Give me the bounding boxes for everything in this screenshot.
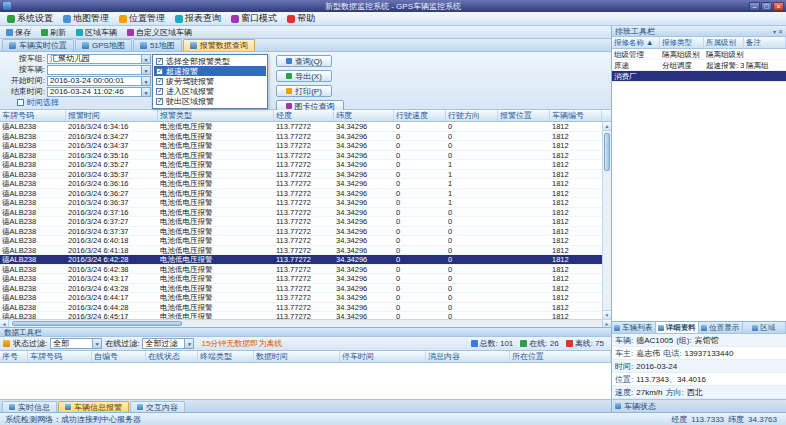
column-header[interactable]: 自编号: [92, 351, 146, 362]
table-row[interactable]: 德ALB238 2016/3/24 6:37:16 电池低电压报警 113.77…: [0, 208, 611, 218]
scroll-down-icon[interactable]: ▼: [603, 310, 611, 319]
scroll-left-icon[interactable]: ◄: [0, 320, 9, 327]
scroll-up-icon[interactable]: ▲: [603, 122, 611, 131]
table-row[interactable]: 德ALB238 2016/3/24 6:34:16 电池低电压报警 113.77…: [0, 122, 611, 132]
toolbar-button[interactable]: 刷新: [37, 26, 70, 38]
column-header[interactable]: 所在位置: [510, 351, 611, 362]
alarm-type-option[interactable]: 进入区域报警: [154, 87, 266, 97]
table-row[interactable]: 德ALB238 2016/3/24 6:42:28 电池低电压报警 113.77…: [0, 255, 611, 265]
menu-item[interactable]: 帮助: [282, 12, 320, 25]
toolbar-button[interactable]: 保存: [2, 26, 35, 38]
scroll-right-icon[interactable]: ►: [602, 320, 611, 327]
column-header[interactable]: 经度: [274, 110, 334, 121]
bottom-tab[interactable]: 交互内容: [130, 401, 185, 412]
table-row[interactable]: 德ALB238 2016/3/24 6:36:37 电池低电压报警 113.77…: [0, 198, 611, 208]
column-header[interactable]: 行驶速度: [394, 110, 446, 121]
chevron-down-icon[interactable]: ▼: [184, 339, 193, 348]
horizontal-scrollbar[interactable]: ◄ ►: [0, 319, 611, 327]
vehicle-info-tab[interactable]: 位置显示: [699, 322, 743, 333]
table-row[interactable]: 德ALB238 2016/3/24 6:36:16 电池低电压报警 113.77…: [0, 179, 611, 189]
table-row[interactable]: 原递 分组调度 超速报警: 30 隔离组: [612, 60, 786, 71]
table-row[interactable]: 消费厂: [612, 71, 786, 82]
pin-icon[interactable]: ▾: [773, 28, 776, 35]
vehicle-group-select[interactable]: 汇聚幼儿园 ▼: [47, 54, 151, 64]
menu-item[interactable]: 位置管理: [114, 12, 170, 25]
minimize-icon[interactable]: –: [749, 2, 760, 11]
chevron-down-icon[interactable]: ▼: [141, 77, 150, 85]
table-row[interactable]: 德ALB238 2016/3/24 6:35:16 电池低电压报警 113.77…: [0, 151, 611, 161]
chevron-down-icon[interactable]: ▼: [92, 339, 101, 348]
column-header[interactable]: 报警位置: [498, 110, 550, 121]
table-row[interactable]: 德ALB238 2016/3/24 6:37:37 电池低电压报警 113.77…: [0, 227, 611, 237]
time-select-label[interactable]: 时间选择: [27, 97, 59, 108]
column-header[interactable]: 所属级别: [704, 37, 744, 48]
vehicle-info-tab[interactable]: 区域: [743, 322, 786, 333]
table-row[interactable]: 德ALB238 2016/3/24 6:37:27 电池低电压报警 113.77…: [0, 217, 611, 227]
maximize-icon[interactable]: □: [761, 2, 772, 11]
checkbox-icon[interactable]: [156, 78, 163, 85]
vertical-scrollbar[interactable]: ▲ ▼: [602, 122, 611, 319]
bottom-tab[interactable]: 实时信息: [2, 401, 57, 412]
toolbar-button[interactable]: 区域车辆: [72, 26, 121, 38]
alarm-type-option[interactable]: 选择全部报警类型: [154, 56, 266, 66]
table-row[interactable]: 德ALB238 2016/3/24 6:43:28 电池低电压报警 113.77…: [0, 284, 611, 294]
chevron-down-icon[interactable]: ▼: [141, 55, 150, 63]
menu-item[interactable]: 系统设置: [2, 12, 58, 25]
table-row[interactable]: 德ALB238 2016/3/24 6:43:17 电池低电压报警 113.77…: [0, 274, 611, 284]
column-header[interactable]: 数据时间: [254, 351, 340, 362]
tab[interactable]: 车辆实时位置: [2, 39, 74, 51]
online-filter-select[interactable]: 全部过滤 ▼: [142, 338, 194, 349]
tab[interactable]: 报警数据查询: [183, 39, 255, 51]
column-header[interactable]: 车牌号码: [28, 351, 92, 362]
table-row[interactable]: 德ALB238 2016/3/24 6:41:18 电池低电压报警 113.77…: [0, 246, 611, 256]
column-header[interactable]: 报修类型: [660, 37, 704, 48]
tab[interactable]: 51地图: [133, 39, 182, 51]
chevron-down-icon[interactable]: ▼: [141, 66, 150, 74]
vehicle-info-tab[interactable]: 详细资料: [656, 322, 700, 333]
time-select-checkbox[interactable]: [17, 99, 24, 106]
table-row[interactable]: 德ALB238 2016/3/24 6:35:27 电池低电压报警 113.77…: [0, 160, 611, 170]
column-header[interactable]: 报修名称 ▲: [612, 37, 660, 48]
column-header[interactable]: 备注: [744, 37, 786, 48]
column-header[interactable]: 在线状态: [146, 351, 198, 362]
column-header[interactable]: 序号: [0, 351, 28, 362]
vehicle-status-tab[interactable]: 车辆状态: [612, 399, 786, 412]
table-row[interactable]: 德ALB238 2016/3/24 6:34:37 电池低电压报警 113.77…: [0, 141, 611, 151]
table-row[interactable]: 德ALB238 2016/3/24 6:45:17 电池低电压报警 113.77…: [0, 312, 611, 319]
column-header[interactable]: 纬度: [334, 110, 394, 121]
vehicle-select[interactable]: ▼: [47, 65, 151, 75]
close-icon[interactable]: ✕: [778, 28, 783, 35]
checkbox-icon[interactable]: [156, 88, 163, 95]
table-row[interactable]: 德ALB238 2016/3/24 6:42:38 电池低电压报警 113.77…: [0, 265, 611, 275]
alarm-type-option[interactable]: 疲劳驾驶报警: [154, 76, 266, 86]
table-row[interactable]: 德ALB238 2016/3/24 6:44:17 电池低电压报警 113.77…: [0, 293, 611, 303]
alarm-type-option[interactable]: 超速报警: [154, 66, 266, 76]
scrollbar-thumb[interactable]: [12, 321, 182, 326]
status-filter-select[interactable]: 全部 ▼: [50, 338, 102, 349]
toolbar-button[interactable]: 自定义区域车辆: [123, 26, 196, 38]
table-row[interactable]: 德ALB238 2016/3/24 6:35:37 电池低电压报警 113.77…: [0, 170, 611, 180]
table-row[interactable]: 德ALB238 2016/3/24 6:44:28 电池低电压报警 113.77…: [0, 303, 611, 313]
close-icon[interactable]: ×: [773, 2, 784, 11]
column-header[interactable]: 终端类型: [198, 351, 254, 362]
export-button[interactable]: 导出(X): [276, 70, 332, 82]
column-header[interactable]: 车牌号码: [0, 110, 66, 121]
checkbox-icon[interactable]: [156, 68, 163, 75]
print-button[interactable]: 打印(P): [276, 85, 332, 97]
column-header[interactable]: 消息内容: [426, 351, 510, 362]
menu-item[interactable]: 报表查询: [170, 12, 226, 25]
end-time-input[interactable]: 2016-03-24 11:02:46 ▼: [47, 87, 151, 97]
alarm-type-option[interactable]: 驶出区域报警: [154, 97, 266, 107]
column-header[interactable]: 停车时间: [340, 351, 426, 362]
menu-item[interactable]: 窗口模式: [226, 12, 282, 25]
tab[interactable]: GPS地图: [75, 39, 132, 51]
column-header[interactable]: 行驶方向: [446, 110, 498, 121]
menu-item[interactable]: 地图管理: [58, 12, 114, 25]
column-header[interactable]: 车辆编号: [550, 110, 602, 121]
vehicle-info-tab[interactable]: 车辆列表: [612, 322, 656, 333]
start-time-input[interactable]: 2016-03-24 00:00:01 ▼: [47, 76, 151, 86]
scrollbar-thumb[interactable]: [604, 133, 610, 171]
checkbox-icon[interactable]: [156, 98, 163, 105]
checkbox-icon[interactable]: [156, 58, 163, 65]
column-header[interactable]: 报警类型: [158, 110, 274, 121]
